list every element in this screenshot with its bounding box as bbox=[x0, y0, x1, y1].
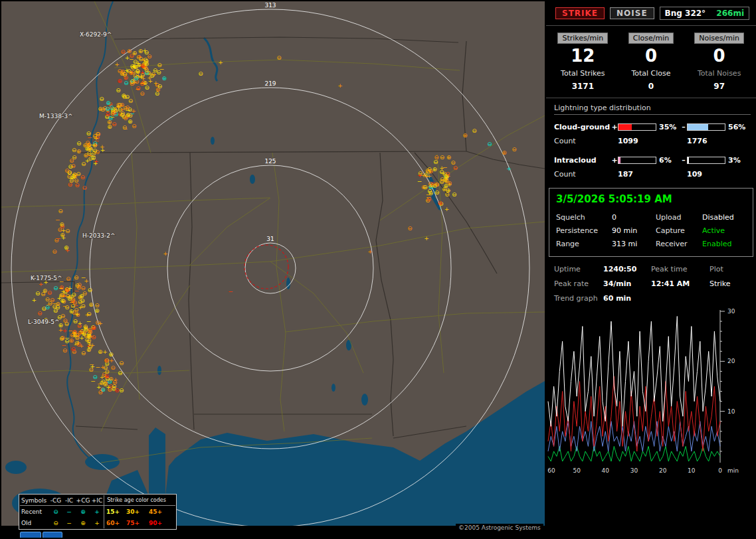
recent-pos-cg-icon: ⊕ bbox=[76, 508, 90, 515]
strike-symbol: ⊕ bbox=[462, 132, 468, 139]
strike-symbol: ⊖ bbox=[52, 248, 57, 255]
ic-neg-bar bbox=[687, 157, 725, 164]
noise-mode-button[interactable]: NOISE bbox=[610, 7, 654, 19]
strike-symbol: ⊖ bbox=[72, 147, 77, 153]
strike-symbol: ⊖ bbox=[92, 133, 98, 139]
range-label: Range bbox=[556, 238, 612, 251]
trend-graph: 1020306050403020100min bbox=[546, 309, 756, 487]
legend-old-label: Old bbox=[20, 520, 49, 526]
trend-series-noise-rate bbox=[548, 446, 720, 461]
strike-symbol: ⊕ bbox=[92, 142, 98, 149]
ring-label: 313 bbox=[264, 2, 276, 9]
strike-symbol: ⊖ bbox=[81, 350, 86, 356]
old-neg-cg-icon: ⊖ bbox=[49, 520, 62, 526]
cloud-ground-label: Cloud-ground bbox=[554, 123, 611, 131]
y-tick-label: 20 bbox=[727, 358, 735, 364]
strike-symbol: ⊖ bbox=[81, 331, 86, 337]
peak-time-value: 12:41 AM bbox=[651, 277, 709, 291]
strike-symbol: ⊖ bbox=[91, 334, 96, 341]
strike-map[interactable]: 31125219313 +⊖⊖+⊖⊖⊖⊖⊖⊖+⊖⊕⊖+⊕⊖⊖⊖⊖+−⊕⊖⊖+⊕⊖… bbox=[1, 1, 545, 538]
strike-symbol: ⊖ bbox=[35, 290, 41, 297]
x-tick-label: 20 bbox=[659, 467, 667, 474]
strike-symbol: ⊖ bbox=[132, 123, 137, 129]
uptime-label: Uptime bbox=[554, 262, 603, 277]
cg-pos-bar bbox=[618, 123, 656, 131]
strike-map-canvas[interactable]: 31125219313 +⊖⊖+⊖⊖⊖⊖⊖⊖+⊖⊕⊖+⊕⊖⊖⊖⊖+−⊕⊖⊖+⊕⊖… bbox=[1, 1, 545, 538]
strike-symbol: ⊖ bbox=[94, 302, 100, 309]
strike-symbol: ⊖ bbox=[136, 68, 141, 75]
recent-pos-ic-icon: + bbox=[90, 508, 104, 515]
intracloud-count-row: Count 187 109 bbox=[554, 167, 751, 181]
strike-symbol: + bbox=[104, 379, 109, 386]
ring-label: 125 bbox=[264, 158, 276, 165]
strike-symbol: + bbox=[90, 342, 95, 348]
strike-symbol: ⊖ bbox=[87, 287, 92, 293]
strike-symbol: ⊕ bbox=[83, 323, 88, 330]
strike-symbol: ⊖ bbox=[120, 48, 126, 55]
strike-symbol: + bbox=[424, 235, 429, 242]
upload-label: Upload bbox=[656, 211, 702, 224]
station-label: M-1338-3^ bbox=[39, 113, 72, 119]
taskbar-chip[interactable] bbox=[43, 532, 62, 538]
strike-symbol: ⊕ bbox=[76, 148, 82, 155]
strike-symbol: ⊖ bbox=[53, 285, 58, 291]
strike-symbol: + bbox=[444, 206, 450, 212]
strike-symbol: + bbox=[114, 61, 120, 68]
peak-rate-value: 34/min bbox=[603, 277, 651, 291]
receiver-value: Enabled bbox=[702, 238, 746, 251]
strike-symbol: ⊖ bbox=[157, 83, 163, 90]
mode-toolbar: STRIKE NOISE Bng 322° 266mi bbox=[546, 0, 756, 21]
total-close-label: Total Close bbox=[617, 69, 686, 78]
strikes-per-min-button[interactable]: Strikes/min bbox=[557, 33, 608, 44]
strike-symbol: ⊖ bbox=[157, 62, 162, 68]
strike-symbol: ⊖ bbox=[120, 112, 125, 118]
receiver-label: Receiver bbox=[656, 238, 702, 251]
close-per-min-value: 0 bbox=[617, 45, 686, 66]
x-tick-label: 10 bbox=[688, 467, 696, 474]
old-pos-ic-icon: + bbox=[90, 520, 104, 526]
age-15-label: 15+ bbox=[104, 506, 126, 517]
strike-symbol: ⊖ bbox=[95, 319, 100, 326]
age-45-label: 45+ bbox=[149, 508, 169, 515]
strike-symbol: + bbox=[446, 187, 451, 194]
strike-symbol: + bbox=[39, 281, 44, 287]
capture-value: Active bbox=[702, 224, 746, 238]
strike-symbol: ⊖ bbox=[114, 387, 120, 394]
strike-symbol: + bbox=[93, 160, 98, 167]
close-per-min-button[interactable]: Close/min bbox=[628, 33, 674, 44]
strike-symbol: − bbox=[88, 152, 93, 159]
legend-old-row: Old ⊖ − ⊕ + 60+ 75+ 90+ bbox=[20, 517, 175, 528]
noises-per-min-button[interactable]: Noises/min bbox=[694, 33, 744, 44]
age-30-label: 30+ bbox=[126, 508, 149, 515]
strike-symbol: ⊖ bbox=[87, 145, 92, 151]
strike-symbol: + bbox=[125, 54, 130, 61]
strike-symbol: ⊖ bbox=[140, 80, 145, 87]
bearing-value: Bng 322° bbox=[665, 9, 706, 18]
station-label: L-3049-5^ bbox=[28, 319, 60, 325]
strike-mode-button[interactable]: STRIKE bbox=[555, 7, 605, 19]
strike-symbol: ⊖ bbox=[100, 106, 106, 113]
strike-symbol: ⊖ bbox=[82, 185, 87, 191]
strike-symbol: ⊕ bbox=[121, 92, 126, 99]
strike-symbol: − bbox=[74, 341, 79, 348]
strike-symbol: + bbox=[84, 277, 89, 284]
strike-symbol: ⊖ bbox=[76, 140, 82, 147]
control-panel: STRIKE NOISE Bng 322° 266mi Strikes/min … bbox=[546, 0, 756, 539]
strike-symbol: ⊖ bbox=[52, 303, 57, 310]
strike-symbol: ⊖ bbox=[437, 200, 442, 206]
strike-symbol: + bbox=[337, 82, 343, 89]
taskbar-chip[interactable] bbox=[20, 532, 41, 538]
strike-symbol: ⊖ bbox=[407, 225, 413, 232]
cg-pos-count: 1099 bbox=[618, 137, 656, 145]
total-strikes-label: Total Strikes bbox=[549, 69, 617, 78]
strike-symbol: + bbox=[421, 172, 426, 179]
strike-symbol: ⊕ bbox=[88, 329, 93, 335]
uptime-value: 1240:50 bbox=[603, 262, 651, 277]
total-noises-label: Total Noises bbox=[685, 69, 753, 78]
strike-symbol: ⊖ bbox=[86, 311, 92, 317]
strike-symbol: ⊖ bbox=[57, 226, 62, 233]
cg-neg-count: 1776 bbox=[687, 137, 725, 145]
strike-symbol: ⊖ bbox=[80, 174, 85, 181]
x-tick-label: 40 bbox=[602, 467, 610, 474]
legend-col-pos-cg: +CG bbox=[76, 497, 90, 504]
